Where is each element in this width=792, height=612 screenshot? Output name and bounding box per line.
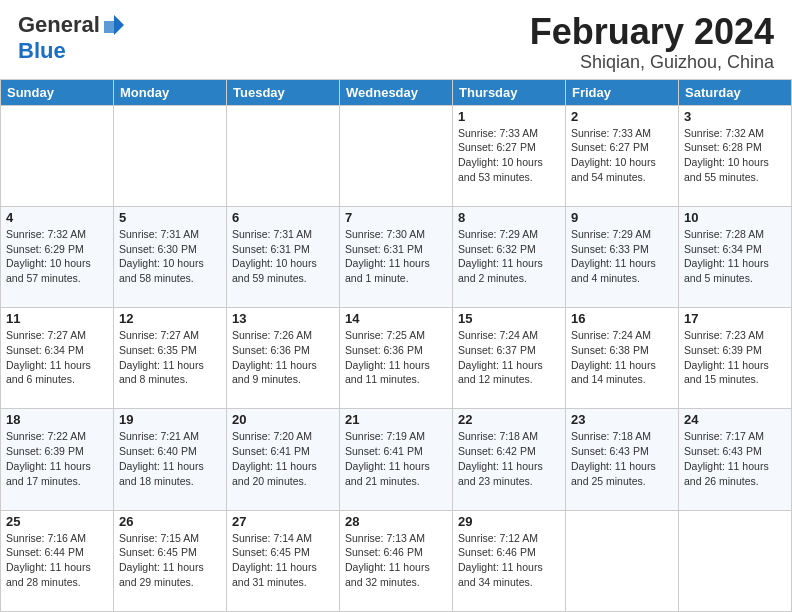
day-info: Sunrise: 7:18 AM Sunset: 6:43 PM Dayligh…	[571, 429, 673, 488]
header: General Blue February 2024 Shiqian, Guiz…	[0, 0, 792, 79]
calendar-cell: 14Sunrise: 7:25 AM Sunset: 6:36 PM Dayli…	[340, 308, 453, 409]
weekday-header-saturday: Saturday	[679, 79, 792, 105]
day-info: Sunrise: 7:22 AM Sunset: 6:39 PM Dayligh…	[6, 429, 108, 488]
day-number: 29	[458, 514, 560, 529]
calendar-table: SundayMondayTuesdayWednesdayThursdayFrid…	[0, 79, 792, 612]
day-info: Sunrise: 7:32 AM Sunset: 6:29 PM Dayligh…	[6, 227, 108, 286]
calendar-cell: 9Sunrise: 7:29 AM Sunset: 6:33 PM Daylig…	[566, 206, 679, 307]
day-number: 24	[684, 412, 786, 427]
calendar-cell: 27Sunrise: 7:14 AM Sunset: 6:45 PM Dayli…	[227, 510, 340, 611]
logo-blue-text: Blue	[18, 38, 66, 64]
day-info: Sunrise: 7:23 AM Sunset: 6:39 PM Dayligh…	[684, 328, 786, 387]
day-number: 6	[232, 210, 334, 225]
calendar-cell: 3Sunrise: 7:32 AM Sunset: 6:28 PM Daylig…	[679, 105, 792, 206]
calendar-cell: 19Sunrise: 7:21 AM Sunset: 6:40 PM Dayli…	[114, 409, 227, 510]
day-number: 28	[345, 514, 447, 529]
calendar-week-3: 11Sunrise: 7:27 AM Sunset: 6:34 PM Dayli…	[1, 308, 792, 409]
day-info: Sunrise: 7:18 AM Sunset: 6:42 PM Dayligh…	[458, 429, 560, 488]
calendar-week-4: 18Sunrise: 7:22 AM Sunset: 6:39 PM Dayli…	[1, 409, 792, 510]
weekday-header-row: SundayMondayTuesdayWednesdayThursdayFrid…	[1, 79, 792, 105]
day-number: 25	[6, 514, 108, 529]
day-info: Sunrise: 7:24 AM Sunset: 6:38 PM Dayligh…	[571, 328, 673, 387]
calendar-week-1: 1Sunrise: 7:33 AM Sunset: 6:27 PM Daylig…	[1, 105, 792, 206]
day-number: 13	[232, 311, 334, 326]
day-info: Sunrise: 7:20 AM Sunset: 6:41 PM Dayligh…	[232, 429, 334, 488]
day-info: Sunrise: 7:33 AM Sunset: 6:27 PM Dayligh…	[571, 126, 673, 185]
day-info: Sunrise: 7:33 AM Sunset: 6:27 PM Dayligh…	[458, 126, 560, 185]
day-info: Sunrise: 7:25 AM Sunset: 6:36 PM Dayligh…	[345, 328, 447, 387]
day-info: Sunrise: 7:16 AM Sunset: 6:44 PM Dayligh…	[6, 531, 108, 590]
day-info: Sunrise: 7:32 AM Sunset: 6:28 PM Dayligh…	[684, 126, 786, 185]
logo-icon	[102, 13, 126, 37]
day-number: 11	[6, 311, 108, 326]
day-number: 26	[119, 514, 221, 529]
calendar-cell: 20Sunrise: 7:20 AM Sunset: 6:41 PM Dayli…	[227, 409, 340, 510]
day-number: 18	[6, 412, 108, 427]
calendar-cell	[227, 105, 340, 206]
calendar-cell: 5Sunrise: 7:31 AM Sunset: 6:30 PM Daylig…	[114, 206, 227, 307]
day-number: 2	[571, 109, 673, 124]
day-number: 3	[684, 109, 786, 124]
calendar-cell: 2Sunrise: 7:33 AM Sunset: 6:27 PM Daylig…	[566, 105, 679, 206]
svg-marker-1	[104, 21, 116, 33]
day-info: Sunrise: 7:29 AM Sunset: 6:32 PM Dayligh…	[458, 227, 560, 286]
day-number: 7	[345, 210, 447, 225]
day-info: Sunrise: 7:14 AM Sunset: 6:45 PM Dayligh…	[232, 531, 334, 590]
calendar-cell: 12Sunrise: 7:27 AM Sunset: 6:35 PM Dayli…	[114, 308, 227, 409]
page: General Blue February 2024 Shiqian, Guiz…	[0, 0, 792, 612]
calendar-cell: 25Sunrise: 7:16 AM Sunset: 6:44 PM Dayli…	[1, 510, 114, 611]
day-number: 12	[119, 311, 221, 326]
day-info: Sunrise: 7:13 AM Sunset: 6:46 PM Dayligh…	[345, 531, 447, 590]
day-info: Sunrise: 7:27 AM Sunset: 6:35 PM Dayligh…	[119, 328, 221, 387]
weekday-header-monday: Monday	[114, 79, 227, 105]
calendar-cell: 17Sunrise: 7:23 AM Sunset: 6:39 PM Dayli…	[679, 308, 792, 409]
calendar-week-2: 4Sunrise: 7:32 AM Sunset: 6:29 PM Daylig…	[1, 206, 792, 307]
weekday-header-wednesday: Wednesday	[340, 79, 453, 105]
calendar-cell: 10Sunrise: 7:28 AM Sunset: 6:34 PM Dayli…	[679, 206, 792, 307]
logo-general-text: General	[18, 12, 100, 38]
calendar-cell: 11Sunrise: 7:27 AM Sunset: 6:34 PM Dayli…	[1, 308, 114, 409]
day-number: 9	[571, 210, 673, 225]
day-info: Sunrise: 7:27 AM Sunset: 6:34 PM Dayligh…	[6, 328, 108, 387]
day-number: 22	[458, 412, 560, 427]
calendar-cell	[1, 105, 114, 206]
day-number: 14	[345, 311, 447, 326]
calendar-cell: 15Sunrise: 7:24 AM Sunset: 6:37 PM Dayli…	[453, 308, 566, 409]
day-info: Sunrise: 7:21 AM Sunset: 6:40 PM Dayligh…	[119, 429, 221, 488]
calendar-cell	[566, 510, 679, 611]
day-number: 21	[345, 412, 447, 427]
weekday-header-thursday: Thursday	[453, 79, 566, 105]
calendar-cell: 18Sunrise: 7:22 AM Sunset: 6:39 PM Dayli…	[1, 409, 114, 510]
day-number: 16	[571, 311, 673, 326]
month-year-title: February 2024	[530, 12, 774, 52]
day-info: Sunrise: 7:28 AM Sunset: 6:34 PM Dayligh…	[684, 227, 786, 286]
calendar-week-5: 25Sunrise: 7:16 AM Sunset: 6:44 PM Dayli…	[1, 510, 792, 611]
day-number: 15	[458, 311, 560, 326]
calendar-cell: 1Sunrise: 7:33 AM Sunset: 6:27 PM Daylig…	[453, 105, 566, 206]
weekday-header-friday: Friday	[566, 79, 679, 105]
day-info: Sunrise: 7:30 AM Sunset: 6:31 PM Dayligh…	[345, 227, 447, 286]
day-number: 10	[684, 210, 786, 225]
calendar-cell: 24Sunrise: 7:17 AM Sunset: 6:43 PM Dayli…	[679, 409, 792, 510]
calendar-cell	[114, 105, 227, 206]
day-info: Sunrise: 7:24 AM Sunset: 6:37 PM Dayligh…	[458, 328, 560, 387]
weekday-header-sunday: Sunday	[1, 79, 114, 105]
calendar-cell: 23Sunrise: 7:18 AM Sunset: 6:43 PM Dayli…	[566, 409, 679, 510]
logo: General Blue	[18, 12, 126, 64]
day-info: Sunrise: 7:31 AM Sunset: 6:30 PM Dayligh…	[119, 227, 221, 286]
location-subtitle: Shiqian, Guizhou, China	[530, 52, 774, 73]
calendar-cell: 29Sunrise: 7:12 AM Sunset: 6:46 PM Dayli…	[453, 510, 566, 611]
calendar-cell	[679, 510, 792, 611]
day-number: 17	[684, 311, 786, 326]
day-info: Sunrise: 7:29 AM Sunset: 6:33 PM Dayligh…	[571, 227, 673, 286]
day-number: 23	[571, 412, 673, 427]
day-info: Sunrise: 7:31 AM Sunset: 6:31 PM Dayligh…	[232, 227, 334, 286]
day-number: 5	[119, 210, 221, 225]
day-number: 19	[119, 412, 221, 427]
calendar-cell	[340, 105, 453, 206]
day-info: Sunrise: 7:19 AM Sunset: 6:41 PM Dayligh…	[345, 429, 447, 488]
title-block: February 2024 Shiqian, Guizhou, China	[530, 12, 774, 73]
day-number: 8	[458, 210, 560, 225]
day-number: 27	[232, 514, 334, 529]
calendar-cell: 8Sunrise: 7:29 AM Sunset: 6:32 PM Daylig…	[453, 206, 566, 307]
